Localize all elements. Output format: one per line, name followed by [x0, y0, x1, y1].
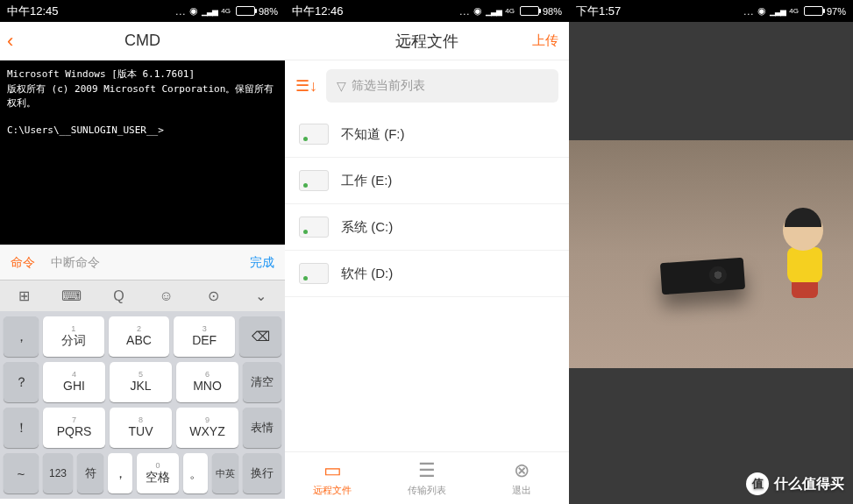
wifi-icon: ◉: [473, 5, 482, 17]
key-tilde[interactable]: ~: [4, 453, 39, 493]
nav-exit[interactable]: ⊗ 退出: [474, 452, 569, 504]
keyboard-icon[interactable]: ⌨: [53, 287, 89, 304]
key-exclaim[interactable]: ！: [4, 408, 39, 448]
cmd-tab[interactable]: 命令: [11, 255, 35, 271]
keyboard-toolbar: ⊞ ⌨ Q ☺ ⊙ ⌄: [0, 280, 285, 311]
camera-image: [569, 140, 853, 368]
title-bar: ‹ CMD: [0, 22, 285, 60]
grid-icon[interactable]: ⊞: [6, 287, 41, 304]
drive-icon: [299, 263, 329, 284]
key-comma[interactable]: ，: [4, 316, 39, 357]
battery-indicator: [518, 6, 539, 16]
battery-indicator: [234, 6, 255, 16]
key-123[interactable]: 123: [43, 453, 73, 493]
drive-icon: [299, 170, 329, 191]
status-time: 中午12:45: [7, 4, 59, 19]
key-enter[interactable]: 换行: [243, 453, 281, 493]
key-1[interactable]: 1分词: [43, 316, 104, 357]
signal-icon: ▁▃▅: [202, 7, 217, 16]
command-bar: 命令 中断命令 完成: [0, 245, 285, 280]
sort-icon[interactable]: ☰↓: [295, 76, 317, 96]
key-clear[interactable]: 清空: [243, 362, 281, 402]
key-8[interactable]: 8TUV: [110, 408, 172, 448]
drive-label: 工作 (E:): [341, 173, 392, 189]
bottom-nav: ▭ 远程文件 ☰ 传输列表 ⊗ 退出: [285, 451, 569, 504]
key-lang[interactable]: 中英: [212, 453, 238, 493]
back-button[interactable]: ‹: [7, 30, 13, 53]
status-bar: 下午1:57 ... ◉ ▁▃▅ 4G 97%: [569, 0, 853, 22]
key-emoji[interactable]: 表情: [243, 408, 281, 448]
terminal-line: Microsoft Windows [版本 6.1.7601]: [7, 67, 278, 82]
status-right: ... ◉ ▁▃▅ 4G 97%: [743, 5, 846, 17]
watermark-text: 什么值得买: [774, 475, 844, 493]
key-4[interactable]: 4GHI: [43, 362, 105, 402]
search-placeholder: 筛选当前列表: [352, 78, 425, 94]
search-icon[interactable]: Q: [101, 288, 136, 304]
camera-view[interactable]: 值 什么值得买: [569, 22, 853, 504]
drive-item[interactable]: 系统 (C:): [285, 204, 569, 251]
filter-icon: ▽: [337, 79, 346, 93]
interrupt-tab[interactable]: 中断命令: [51, 255, 100, 271]
nav-remote-files[interactable]: ▭ 远程文件: [285, 452, 380, 504]
drive-icon: [299, 124, 329, 145]
drive-list: 不知道 (F:) 工作 (E:) 系统 (C:) 软件 (D:): [285, 111, 569, 297]
status-right: ... ◉ ▁▃▅ 4G 98%: [175, 5, 278, 17]
key-6[interactable]: 6MNO: [176, 362, 238, 402]
done-button[interactable]: 完成: [250, 255, 274, 271]
key-question[interactable]: ？: [4, 362, 39, 402]
status-right: ... ◉ ▁▃▅ 4G 98%: [459, 5, 562, 17]
key-2[interactable]: 2ABC: [109, 316, 170, 357]
files-panel: 中午12:46 ... ◉ ▁▃▅ 4G 98% 远程文件 上传 ☰↓ ▽ 筛选…: [285, 0, 569, 504]
status-time: 中午12:46: [292, 4, 344, 19]
status-bar: 中午12:46 ... ◉ ▁▃▅ 4G 98%: [285, 0, 569, 22]
dots-icon: ...: [743, 6, 754, 17]
drive-label: 不知道 (F:): [341, 126, 405, 143]
camera-panel: 下午1:57 ... ◉ ▁▃▅ 4G 97%: [569, 0, 853, 504]
drive-item[interactable]: 软件 (D:): [285, 251, 569, 297]
key-space[interactable]: 0空格: [137, 453, 179, 493]
signal-icon: ▁▃▅: [486, 7, 501, 16]
drive-icon: [299, 217, 329, 238]
search-input[interactable]: ▽ 筛选当前列表: [326, 69, 558, 103]
network-label: 4G: [221, 7, 231, 15]
search-row: ☰↓ ▽ 筛选当前列表: [285, 60, 569, 111]
key-symbol[interactable]: 符: [77, 453, 103, 493]
dots-icon: ...: [175, 6, 186, 17]
figurine-object: [783, 210, 827, 298]
network-label: 4G: [505, 7, 515, 15]
wifi-icon: ◉: [189, 5, 198, 17]
key-7[interactable]: 7PQRS: [43, 408, 105, 448]
key-5[interactable]: 5JKL: [110, 362, 172, 402]
key-9[interactable]: 9WXYZ: [176, 408, 238, 448]
battery-percent: 98%: [259, 6, 278, 17]
list-icon: ☰: [418, 459, 436, 482]
drive-label: 软件 (D:): [341, 266, 393, 282]
terminal-prompt[interactable]: C:\Users\__SUNLOGIN_USER__>: [7, 124, 278, 138]
key-backspace[interactable]: ⌫: [239, 316, 281, 357]
drive-label: 系统 (C:): [341, 219, 393, 236]
key-comma2[interactable]: ，: [108, 453, 132, 493]
mic-icon[interactable]: ⊙: [196, 287, 231, 304]
upload-button[interactable]: 上传: [532, 32, 558, 49]
emoji-icon[interactable]: ☺: [149, 288, 184, 304]
device-object: [659, 258, 744, 295]
status-bar: 中午12:45 ... ◉ ▁▃▅ 4G 98%: [0, 0, 285, 22]
close-icon: ⊗: [514, 459, 530, 482]
drive-item[interactable]: 不知道 (F:): [285, 111, 569, 158]
terminal-line: 版权所有 (c) 2009 Microsoft Corporation。保留所有…: [7, 82, 278, 111]
watermark-badge: 值: [746, 472, 769, 495]
battery-percent: 98%: [543, 6, 562, 17]
folder-icon: ▭: [323, 459, 342, 482]
title-bar: 远程文件 上传: [285, 22, 569, 60]
signal-icon: ▁▃▅: [770, 7, 785, 16]
page-title: CMD: [124, 32, 160, 50]
battery-percent: 97%: [827, 6, 846, 17]
wifi-icon: ◉: [757, 5, 766, 17]
nav-transfer-list[interactable]: ☰ 传输列表: [380, 452, 474, 504]
chevron-down-icon[interactable]: ⌄: [244, 287, 279, 304]
key-3[interactable]: 3DEF: [174, 316, 235, 357]
key-period[interactable]: 。: [183, 453, 208, 493]
battery-indicator: [802, 6, 823, 16]
drive-item[interactable]: 工作 (E:): [285, 158, 569, 204]
page-title: 远程文件: [395, 31, 458, 52]
